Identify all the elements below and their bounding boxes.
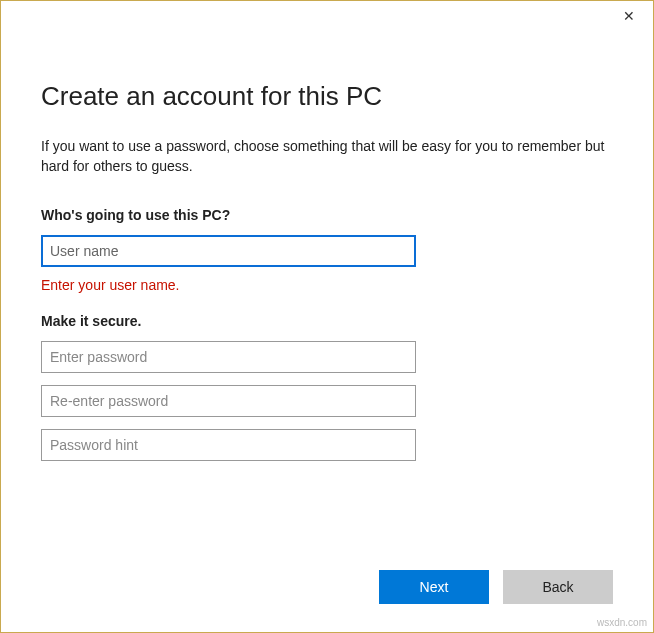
- username-section-label: Who's going to use this PC?: [41, 207, 613, 223]
- back-button[interactable]: Back: [503, 570, 613, 604]
- page-description: If you want to use a password, choose so…: [41, 136, 613, 177]
- username-input[interactable]: [41, 235, 416, 267]
- dialog-window: ✕ Create an account for this PC If you w…: [0, 0, 654, 633]
- button-row: Next Back: [379, 570, 613, 604]
- secure-section-label: Make it secure.: [41, 313, 613, 329]
- username-section: Who's going to use this PC? Enter your u…: [41, 207, 613, 293]
- titlebar: ✕: [1, 1, 653, 31]
- username-error: Enter your user name.: [41, 277, 613, 293]
- password-input[interactable]: [41, 341, 416, 373]
- secure-section: Make it secure.: [41, 313, 613, 461]
- close-icon[interactable]: ✕: [619, 6, 639, 26]
- page-title: Create an account for this PC: [41, 81, 613, 112]
- reenter-password-input[interactable]: [41, 385, 416, 417]
- watermark: wsxdn.com: [597, 617, 647, 628]
- content-area: Create an account for this PC If you wan…: [1, 31, 653, 461]
- password-hint-input[interactable]: [41, 429, 416, 461]
- next-button[interactable]: Next: [379, 570, 489, 604]
